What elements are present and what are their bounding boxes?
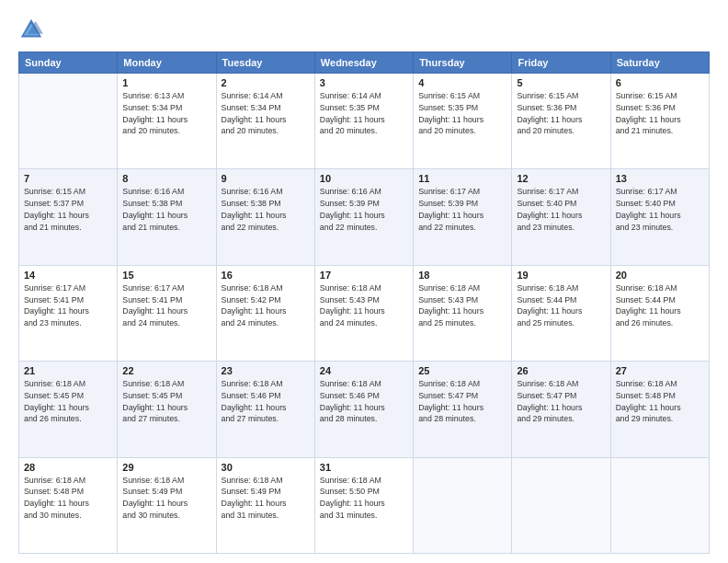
day-info: Sunrise: 6:16 AMSunset: 5:38 PMDaylight:…: [222, 186, 310, 233]
day-number: 22: [122, 365, 210, 376]
day-info: Sunrise: 6:15 AMSunset: 5:36 PMDaylight:…: [517, 90, 605, 137]
day-number: 15: [122, 270, 210, 281]
day-info: Sunrise: 6:18 AMSunset: 5:47 PMDaylight:…: [418, 378, 506, 425]
day-number: 20: [616, 270, 704, 281]
calendar-cell: 5Sunrise: 6:15 AMSunset: 5:36 PMDaylight…: [512, 74, 610, 169]
calendar-cell: 11Sunrise: 6:17 AMSunset: 5:39 PMDayligh…: [414, 169, 512, 265]
calendar-cell: 14Sunrise: 6:17 AMSunset: 5:41 PMDayligh…: [19, 265, 118, 361]
day-number: 27: [616, 365, 704, 376]
day-info: Sunrise: 6:18 AMSunset: 5:45 PMDaylight:…: [24, 378, 112, 425]
day-number: 3: [320, 77, 408, 88]
day-number: 25: [418, 365, 506, 376]
day-number: 21: [24, 365, 112, 376]
day-info: Sunrise: 6:18 AMSunset: 5:46 PMDaylight:…: [222, 378, 310, 425]
calendar-cell: 6Sunrise: 6:15 AMSunset: 5:36 PMDaylight…: [610, 74, 709, 169]
day-number: 6: [616, 77, 704, 88]
day-header-friday: Friday: [512, 52, 610, 74]
day-number: 1: [122, 77, 210, 88]
day-header-monday: Monday: [118, 52, 216, 74]
week-row-2: 7Sunrise: 6:15 AMSunset: 5:37 PMDaylight…: [19, 169, 710, 265]
calendar-cell: 8Sunrise: 6:16 AMSunset: 5:38 PMDaylight…: [118, 169, 216, 265]
day-info: Sunrise: 6:13 AMSunset: 5:34 PMDaylight:…: [122, 90, 210, 137]
calendar-cell: 20Sunrise: 6:18 AMSunset: 5:44 PMDayligh…: [610, 265, 709, 361]
day-number: 26: [517, 365, 605, 376]
calendar-cell: 15Sunrise: 6:17 AMSunset: 5:41 PMDayligh…: [118, 265, 216, 361]
calendar-table: SundayMondayTuesdayWednesdayThursdayFrid…: [18, 52, 710, 554]
day-number: 28: [24, 462, 112, 473]
day-number: 5: [517, 77, 605, 88]
day-info: Sunrise: 6:18 AMSunset: 5:44 PMDaylight:…: [616, 282, 704, 329]
day-info: Sunrise: 6:16 AMSunset: 5:38 PMDaylight:…: [122, 186, 210, 233]
day-number: 17: [320, 270, 408, 281]
day-number: 18: [418, 270, 506, 281]
day-number: 29: [122, 462, 210, 473]
calendar-cell: [610, 457, 709, 553]
day-number: 11: [418, 173, 506, 184]
calendar-cell: 26Sunrise: 6:18 AMSunset: 5:47 PMDayligh…: [512, 362, 610, 457]
day-info: Sunrise: 6:17 AMSunset: 5:41 PMDaylight:…: [122, 282, 210, 329]
page: SundayMondayTuesdayWednesdayThursdayFrid…: [0, 0, 728, 563]
calendar-cell: 21Sunrise: 6:18 AMSunset: 5:45 PMDayligh…: [19, 362, 118, 457]
calendar-cell: 22Sunrise: 6:18 AMSunset: 5:45 PMDayligh…: [118, 362, 216, 457]
calendar-cell: 4Sunrise: 6:15 AMSunset: 5:35 PMDaylight…: [414, 74, 512, 169]
logo-icon: [18, 17, 44, 42]
week-row-5: 28Sunrise: 6:18 AMSunset: 5:48 PMDayligh…: [19, 457, 710, 553]
calendar-cell: 30Sunrise: 6:18 AMSunset: 5:49 PMDayligh…: [216, 457, 314, 553]
calendar-cell: 24Sunrise: 6:18 AMSunset: 5:46 PMDayligh…: [314, 362, 413, 457]
day-header-sunday: Sunday: [19, 52, 118, 74]
calendar-cell: [19, 74, 118, 169]
logo: [18, 17, 48, 42]
calendar-cell: 3Sunrise: 6:14 AMSunset: 5:35 PMDaylight…: [314, 74, 413, 169]
header: [18, 17, 710, 42]
calendar-cell: 27Sunrise: 6:18 AMSunset: 5:48 PMDayligh…: [610, 362, 709, 457]
day-number: 2: [222, 77, 310, 88]
calendar-cell: 29Sunrise: 6:18 AMSunset: 5:49 PMDayligh…: [118, 457, 216, 553]
day-number: 16: [222, 270, 310, 281]
day-info: Sunrise: 6:17 AMSunset: 5:40 PMDaylight:…: [517, 186, 605, 233]
day-info: Sunrise: 6:18 AMSunset: 5:50 PMDaylight:…: [320, 475, 408, 522]
day-info: Sunrise: 6:18 AMSunset: 5:48 PMDaylight:…: [24, 475, 112, 522]
day-info: Sunrise: 6:17 AMSunset: 5:39 PMDaylight:…: [418, 186, 506, 233]
day-info: Sunrise: 6:18 AMSunset: 5:44 PMDaylight:…: [517, 282, 605, 329]
day-number: 13: [616, 173, 704, 184]
calendar-cell: 17Sunrise: 6:18 AMSunset: 5:43 PMDayligh…: [314, 265, 413, 361]
day-number: 19: [517, 270, 605, 281]
day-info: Sunrise: 6:18 AMSunset: 5:49 PMDaylight:…: [222, 475, 310, 522]
day-number: 14: [24, 270, 112, 281]
calendar-cell: [414, 457, 512, 553]
day-info: Sunrise: 6:17 AMSunset: 5:40 PMDaylight:…: [616, 186, 704, 233]
day-info: Sunrise: 6:14 AMSunset: 5:35 PMDaylight:…: [320, 90, 408, 137]
calendar-cell: 28Sunrise: 6:18 AMSunset: 5:48 PMDayligh…: [19, 457, 118, 553]
day-info: Sunrise: 6:18 AMSunset: 5:45 PMDaylight:…: [122, 378, 210, 425]
day-info: Sunrise: 6:18 AMSunset: 5:42 PMDaylight:…: [222, 282, 310, 329]
day-info: Sunrise: 6:14 AMSunset: 5:34 PMDaylight:…: [222, 90, 310, 137]
calendar-cell: 16Sunrise: 6:18 AMSunset: 5:42 PMDayligh…: [216, 265, 314, 361]
day-number: 8: [122, 173, 210, 184]
day-info: Sunrise: 6:18 AMSunset: 5:47 PMDaylight:…: [517, 378, 605, 425]
day-number: 9: [222, 173, 310, 184]
calendar-cell: 23Sunrise: 6:18 AMSunset: 5:46 PMDayligh…: [216, 362, 314, 457]
day-number: 12: [517, 173, 605, 184]
week-row-3: 14Sunrise: 6:17 AMSunset: 5:41 PMDayligh…: [19, 265, 710, 361]
calendar-cell: 2Sunrise: 6:14 AMSunset: 5:34 PMDaylight…: [216, 74, 314, 169]
calendar-header-row: SundayMondayTuesdayWednesdayThursdayFrid…: [19, 52, 710, 74]
day-info: Sunrise: 6:17 AMSunset: 5:41 PMDaylight:…: [24, 282, 112, 329]
day-number: 10: [320, 173, 408, 184]
day-info: Sunrise: 6:15 AMSunset: 5:37 PMDaylight:…: [24, 186, 112, 233]
day-info: Sunrise: 6:15 AMSunset: 5:36 PMDaylight:…: [616, 90, 704, 137]
day-info: Sunrise: 6:18 AMSunset: 5:49 PMDaylight:…: [122, 475, 210, 522]
calendar-cell: 7Sunrise: 6:15 AMSunset: 5:37 PMDaylight…: [19, 169, 118, 265]
day-number: 7: [24, 173, 112, 184]
calendar-cell: 10Sunrise: 6:16 AMSunset: 5:39 PMDayligh…: [314, 169, 413, 265]
day-header-tuesday: Tuesday: [216, 52, 314, 74]
calendar-cell: 13Sunrise: 6:17 AMSunset: 5:40 PMDayligh…: [610, 169, 709, 265]
day-info: Sunrise: 6:18 AMSunset: 5:43 PMDaylight:…: [418, 282, 506, 329]
calendar-cell: [512, 457, 610, 553]
day-number: 4: [418, 77, 506, 88]
day-info: Sunrise: 6:18 AMSunset: 5:46 PMDaylight:…: [320, 378, 408, 425]
week-row-1: 1Sunrise: 6:13 AMSunset: 5:34 PMDaylight…: [19, 74, 710, 169]
calendar-cell: 19Sunrise: 6:18 AMSunset: 5:44 PMDayligh…: [512, 265, 610, 361]
day-info: Sunrise: 6:18 AMSunset: 5:43 PMDaylight:…: [320, 282, 408, 329]
calendar-cell: 25Sunrise: 6:18 AMSunset: 5:47 PMDayligh…: [414, 362, 512, 457]
day-info: Sunrise: 6:16 AMSunset: 5:39 PMDaylight:…: [320, 186, 408, 233]
